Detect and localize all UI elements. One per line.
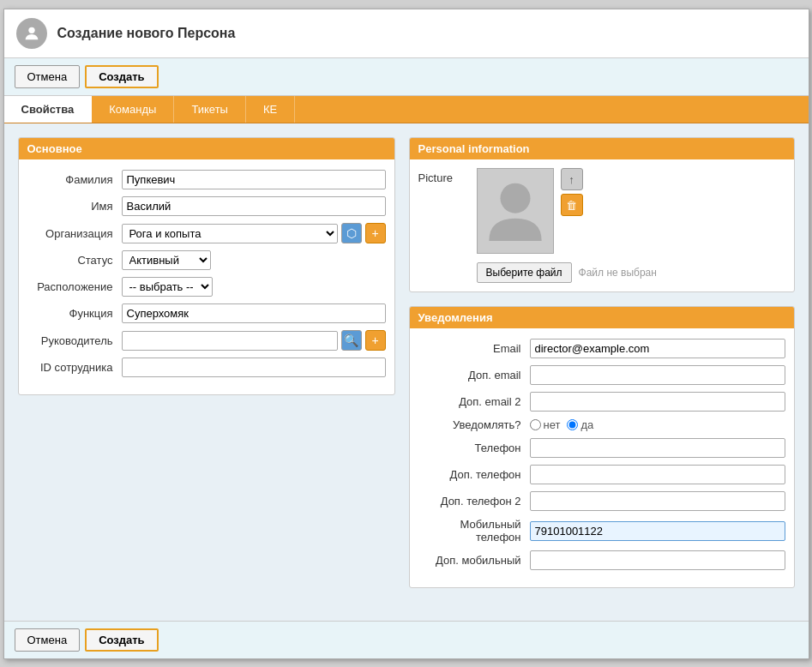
notify-yes-text: да xyxy=(580,418,593,431)
first-name-label: Имя xyxy=(27,200,122,213)
manager-input-group: 🔍 + xyxy=(122,330,386,351)
tab-ke[interactable]: КЕ xyxy=(246,96,295,123)
add-phone2-row: Доп. телефон 2 xyxy=(418,491,785,511)
email-label: Email xyxy=(418,342,530,355)
add-email2-row: Доп. email 2 xyxy=(418,392,785,412)
add-phone-input[interactable] xyxy=(530,465,785,484)
add-phone2-input[interactable] xyxy=(530,491,785,511)
cancel-button-bottom[interactable]: Отмена xyxy=(15,628,81,652)
choose-file-button[interactable]: Выберите файл xyxy=(477,262,572,283)
content-area: Основное Фамилия Имя Организация xyxy=(4,123,809,621)
org-link-button[interactable]: ⬡ xyxy=(341,223,362,243)
right-panel: Personal information Picture ↑ 🗑 xyxy=(409,137,795,607)
left-panel: Основное Фамилия Имя Организация xyxy=(18,137,395,607)
notify-row: Уведомлять? нет да xyxy=(418,418,785,431)
org-select[interactable]: Рога и копыта xyxy=(122,224,338,243)
avatar-placeholder xyxy=(477,168,554,254)
create-button-top[interactable]: Создать xyxy=(85,65,158,88)
notifications-content: Email Доп. email Доп. email 2 xyxy=(410,328,794,587)
tab-teams[interactable]: Команды xyxy=(92,96,174,123)
add-email-label: Доп. email xyxy=(418,369,530,382)
add-email-row: Доп. email xyxy=(418,365,785,385)
manager-input[interactable] xyxy=(122,331,338,351)
personal-info-section: Personal information Picture ↑ 🗑 xyxy=(409,137,795,292)
phone-input[interactable] xyxy=(530,438,785,458)
add-email2-label: Доп. email 2 xyxy=(418,395,530,408)
basic-section-content: Фамилия Имя Организация Рога и копыта xyxy=(19,159,394,394)
tabs-bar: Свойства Команды Тикеты КЕ xyxy=(4,96,809,123)
employee-id-row: ID сотрудника xyxy=(27,358,386,377)
function-row: Функция xyxy=(27,303,386,323)
mobile-input[interactable] xyxy=(530,521,785,541)
personal-info-header: Personal information xyxy=(410,138,794,159)
create-button-bottom[interactable]: Создать xyxy=(85,628,158,652)
employee-id-label: ID сотрудника xyxy=(27,361,122,374)
top-toolbar: Отмена Создать xyxy=(4,58,809,96)
manager-row: Руководитель 🔍 + xyxy=(27,330,386,351)
manager-add-button[interactable]: + xyxy=(365,330,386,351)
picture-buttons: ↑ 🗑 xyxy=(561,168,583,216)
email-row: Email xyxy=(418,339,785,358)
status-row: Статус Активный Неактивный xyxy=(27,250,386,270)
org-row: Организация Рога и копыта ⬡ + xyxy=(27,223,386,243)
notify-no-label[interactable]: нет xyxy=(530,418,561,431)
add-email-input[interactable] xyxy=(530,365,785,385)
add-phone-row: Доп. телефон xyxy=(418,465,785,484)
svg-point-0 xyxy=(28,27,34,33)
mobile-label: Мобильный телефон xyxy=(418,518,530,544)
tab-properties[interactable]: Свойства xyxy=(4,96,93,123)
add-email2-input[interactable] xyxy=(530,392,785,412)
notify-radio-group: нет да xyxy=(530,418,594,431)
notifications-header: Уведомления xyxy=(410,307,794,328)
picture-label: Picture xyxy=(418,168,470,184)
function-input[interactable] xyxy=(122,303,386,323)
location-label: Расположение xyxy=(27,280,122,293)
last-name-row: Фамилия xyxy=(27,170,386,189)
email-input[interactable] xyxy=(530,339,785,358)
picture-upload-button[interactable]: ↑ xyxy=(561,168,583,190)
add-phone-label: Доп. телефон xyxy=(418,468,530,481)
status-select[interactable]: Активный Неактивный xyxy=(122,250,211,270)
manager-search-button[interactable]: 🔍 xyxy=(341,330,362,351)
location-select[interactable]: -- выбрать -- xyxy=(122,277,213,297)
file-row: Выберите файл Файл не выбран xyxy=(410,262,794,291)
org-label: Организация xyxy=(27,227,122,240)
window-title: Создание нового Персона xyxy=(57,26,236,41)
status-label: Статус xyxy=(27,254,122,267)
cancel-button-top[interactable]: Отмена xyxy=(15,65,81,88)
last-name-input[interactable] xyxy=(122,170,386,189)
first-name-input[interactable] xyxy=(122,196,386,216)
basic-section-header: Основное xyxy=(19,138,394,159)
org-input-group: Рога и копыта ⬡ + xyxy=(122,223,386,243)
tab-tickets[interactable]: Тикеты xyxy=(174,96,246,123)
notify-yes-radio[interactable] xyxy=(567,419,578,430)
function-label: Функция xyxy=(27,307,122,320)
picture-area: Picture ↑ 🗑 xyxy=(410,159,794,262)
bottom-toolbar: Отмена Создать xyxy=(4,621,809,658)
phone-label: Телефон xyxy=(418,442,530,454)
first-name-row: Имя xyxy=(27,196,386,216)
add-phone2-label: Доп. телефон 2 xyxy=(418,495,530,508)
svg-point-1 xyxy=(500,183,530,213)
phone-row: Телефон xyxy=(418,438,785,458)
picture-delete-button[interactable]: 🗑 xyxy=(561,194,583,216)
basic-section: Основное Фамилия Имя Организация xyxy=(18,137,395,395)
notify-label: Уведомлять? xyxy=(418,418,530,431)
add-mobile-row: Доп. мобильный xyxy=(418,550,785,570)
add-mobile-input[interactable] xyxy=(530,550,785,570)
window-avatar-icon xyxy=(16,18,47,49)
notifications-section: Уведомления Email Доп. email Доп. emai xyxy=(409,306,795,588)
org-add-button[interactable]: + xyxy=(365,223,386,243)
notify-no-radio[interactable] xyxy=(530,419,541,430)
employee-id-input[interactable] xyxy=(122,358,386,377)
manager-label: Руководитель xyxy=(27,334,122,347)
location-row: Расположение -- выбрать -- xyxy=(27,277,386,297)
notify-no-text: нет xyxy=(544,418,561,431)
file-status: Файл не выбран xyxy=(579,267,657,279)
add-mobile-label: Доп. мобильный xyxy=(418,554,530,567)
notify-yes-label[interactable]: да xyxy=(567,418,593,431)
last-name-label: Фамилия xyxy=(27,173,122,186)
mobile-row: Мобильный телефон xyxy=(418,518,785,544)
